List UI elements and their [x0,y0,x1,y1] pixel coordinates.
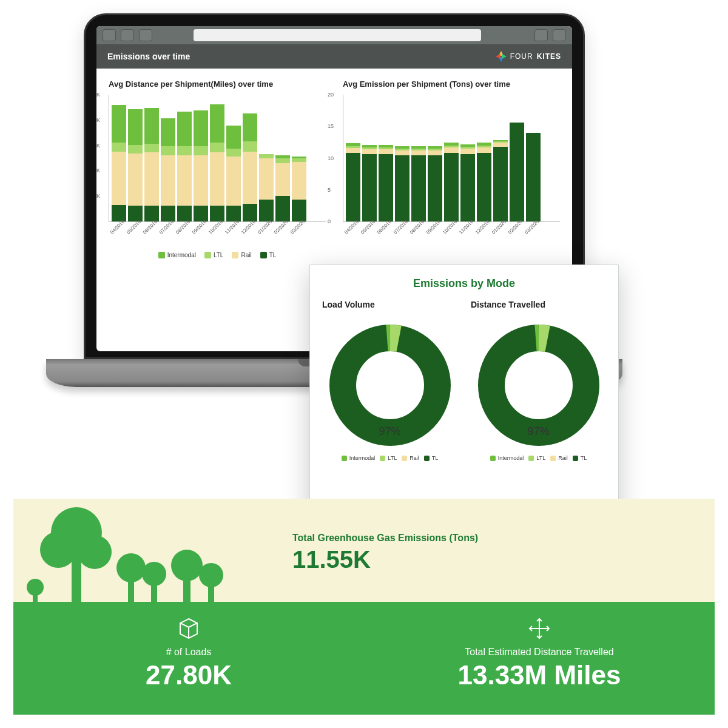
stats-band-cream: Total Greenhouse Gas Emissions (Tons) 11… [13,499,715,602]
donut-load-volume-plot: 97% [318,315,461,455]
arrows-move-icon [527,616,551,643]
fourkites-icon [496,51,507,62]
legend-ltl: LTL [204,252,224,258]
browser-forward-button[interactable] [121,29,134,41]
donut-distance-plot: 97% [467,315,610,455]
svg-rect-5 [72,547,81,602]
donut-load-volume: Load Volume 97% Intermodal LTL Rail TL [318,297,461,461]
chart-emission: Avg Emission per Shipment (Tons) over ti… [343,79,560,258]
loads-label: # of Loads [13,647,364,658]
donut-distance-legend: Intermodal LTL Rail TL [467,455,610,461]
chart-distance-plot: 01K2K3K4K5K [109,95,326,222]
donut-load-volume-title: Load Volume [322,300,461,309]
distance-label: Total Estimated Distance Travelled [364,647,715,658]
ghg-value: 11.55K [292,546,715,573]
emissions-by-mode-title: Emissions by Mode [310,265,618,294]
trees-icon [22,505,240,602]
svg-point-4 [78,535,112,569]
chart-distance-xaxis: 04/201905/201906/201907/201908/201909/20… [109,222,326,230]
chart-distance-legend: Intermodal LTL Rail TL [109,252,326,258]
legend-intermodal: Intermodal [158,252,196,258]
svg-point-0 [343,338,437,433]
browser-url-field[interactable] [194,29,481,41]
ghg-label: Total Greenhouse Gas Emissions (Tons) [292,533,715,544]
brand-text-2: KITES [537,52,561,61]
svg-point-1 [491,338,586,433]
box-icon [177,616,201,643]
donut-load-volume-center: 97% [379,425,400,438]
donut-distance-title: Distance Travelled [471,300,610,309]
chart-emission-plot: 05101520 [343,95,560,222]
donut-distance-center: 97% [527,425,549,438]
donut-load-volume-legend: Intermodal LTL Rail TL [318,455,461,461]
donut-distance: Distance Travelled 97% Intermodal LTL Ra… [467,297,610,461]
browser-sidebar-button[interactable] [139,29,152,41]
browser-back-button[interactable] [103,29,116,41]
chart-distance-title: Avg Distance per Shipment(Miles) over ti… [109,79,326,89]
legend-tl: TL [260,252,277,258]
svg-rect-15 [33,590,38,602]
browser-share-button[interactable] [534,29,548,41]
distance-value: 13.33M Miles [364,660,715,690]
legend-rail: Rail [232,252,251,258]
app-header: Emissions over time FOURKITES [96,44,572,69]
svg-rect-7 [128,571,134,602]
dashboard-charts-row: Avg Distance per Shipment(Miles) over ti… [96,69,572,265]
svg-point-3 [40,531,76,568]
stat-loads: # of Loads 27.80K [13,602,364,715]
browser-toolbar [96,26,572,44]
svg-rect-11 [183,571,190,602]
page-title: Emissions over time [107,52,190,61]
emissions-by-mode-row: Load Volume 97% Intermodal LTL Rail TL D… [310,294,618,461]
loads-value: 27.80K [13,660,364,690]
chart-emission-title: Avg Emission per Shipment (Tons) over ti… [343,79,560,89]
brand-logo: FOURKITES [496,51,561,62]
emissions-by-mode-card: Emissions by Mode Load Volume 97% Interm… [309,265,619,517]
stat-distance: Total Estimated Distance Travelled 13.33… [364,602,715,715]
stats-band-green: # of Loads 27.80K Total Estimated Distan… [13,602,715,715]
browser-tabs-button[interactable] [553,29,566,41]
chart-distance: Avg Distance per Shipment(Miles) over ti… [109,79,326,258]
svg-rect-13 [208,578,214,602]
brand-text-1: FOUR [510,52,533,61]
chart-emission-xaxis: 04/201905/201906/201907/201908/201909/20… [343,222,560,230]
svg-rect-9 [151,578,157,602]
